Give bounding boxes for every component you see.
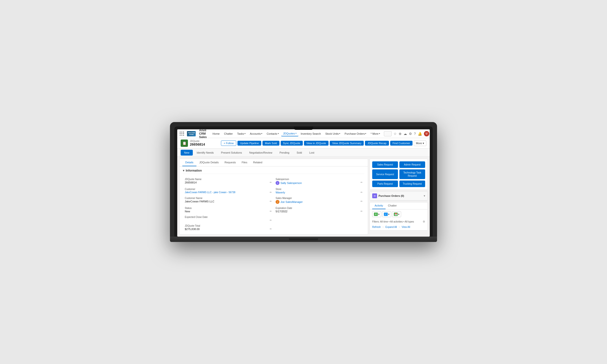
nav-tasks[interactable]: Tasks ▾ <box>235 131 247 136</box>
po-collapse-icon[interactable]: ▾ <box>424 194 425 197</box>
activity-tab-chatter[interactable]: Chatter <box>385 202 399 209</box>
field-store: Store Waverly ✏ <box>274 186 364 195</box>
tab-files[interactable]: Files <box>239 159 250 166</box>
nav-more[interactable]: * More ▾ <box>369 131 382 136</box>
user-avatar[interactable]: U <box>424 131 429 136</box>
task-action-button[interactable]: ✓ ▾ <box>382 211 391 217</box>
edit-total[interactable]: ✏ <box>270 228 272 230</box>
follow-button[interactable]: + Follow <box>221 141 236 146</box>
mark-sold-button[interactable]: Mark Sold <box>263 141 279 146</box>
email-action-button[interactable]: ✉ ▾ <box>372 211 381 217</box>
edit-jdquote-name[interactable]: ✏ <box>270 181 272 184</box>
edit-sales-manager[interactable]: ✏ <box>361 200 362 203</box>
po-icon: ✉ <box>372 193 377 198</box>
update-pipeline-button[interactable]: Update Pipeline <box>238 141 261 146</box>
edit-expiration[interactable]: ✏ <box>361 210 362 213</box>
filters-settings-icon[interactable]: ⚙ <box>423 220 425 223</box>
nav-stock-units[interactable]: Stock Units ▾ <box>323 131 342 136</box>
app-grid-icon[interactable] <box>180 131 184 136</box>
settings-icon[interactable]: ⚙ <box>409 132 412 136</box>
jdquote-total-label: JDQuote Total <box>185 224 272 227</box>
jdquote-name-value: 26656814 <box>185 181 197 184</box>
pipeline-step-sold[interactable]: Sold <box>293 150 305 156</box>
nav-purchase-orders[interactable]: Purchase Orders ▾ <box>343 131 368 136</box>
star-icon[interactable]: ☆ <box>394 132 397 136</box>
record-header: 📋 JDQuote 26656814 + Follow Update Pipel… <box>177 138 430 148</box>
parts-request-button[interactable]: Parts Request <box>372 181 398 187</box>
edit-store[interactable]: ✏ <box>361 191 362 194</box>
nav-chatter[interactable]: Chatter <box>222 131 235 136</box>
event-icon: 📅 <box>394 213 398 216</box>
main-nav: Home Chatter Tasks ▾ Accounts ▾ Contacts… <box>211 131 382 136</box>
pipeline-step-pending[interactable]: Pending <box>276 150 292 156</box>
tab-details[interactable]: Details <box>182 159 197 166</box>
view-all-link[interactable]: View All <box>402 226 410 228</box>
cloud-icon[interactable]: ☁ <box>404 132 407 136</box>
laptop-base <box>170 237 437 242</box>
top-bar: TRACTOR ZOOM Anvil CRM Sales Home Chatte… <box>177 129 430 138</box>
sync-button[interactable]: Sync JDQuote <box>281 141 303 146</box>
help-icon[interactable]: ? <box>414 132 416 136</box>
pipeline-step-identify[interactable]: Identify Needs <box>193 150 217 156</box>
laptop-hinge <box>289 238 318 240</box>
customer-value[interactable]: JakeCowan FARMS LLC - jake Cowan - 56738 <box>185 191 235 194</box>
search-input[interactable] <box>384 131 392 136</box>
admin-request-button[interactable]: Admin Request <box>399 161 425 168</box>
field-jdquote-name: JDQuote Name 26656814 ✏ <box>183 176 274 186</box>
event-dropdown[interactable]: ▾ <box>398 213 399 216</box>
store-value[interactable]: Waverly <box>276 191 285 194</box>
record-icon: 📋 <box>181 140 188 147</box>
edit-customer[interactable]: ✏ <box>270 191 272 194</box>
pipeline-step-new[interactable]: New <box>181 150 193 156</box>
salesperson-value[interactable]: Sally Salesperson <box>280 182 302 184</box>
purchase-orders-section: ✉ Purchase Orders (0) ▾ <box>369 191 428 201</box>
expand-all-link[interactable]: Expand All <box>385 226 397 228</box>
service-request-button[interactable]: Service Request <box>372 169 398 179</box>
sales-manager-avatar: J <box>276 200 279 204</box>
edit-customer-name[interactable]: ✏ <box>270 200 272 203</box>
panel-tabs: Details JDQuote Details Requests Files R… <box>179 159 368 167</box>
edit-status[interactable]: ✏ <box>270 210 272 213</box>
salesperson-avatar: S <box>276 181 279 185</box>
pipeline-step-negotiation[interactable]: Negotiation/Review <box>246 150 276 156</box>
nav-home[interactable]: Home <box>211 131 222 136</box>
pipeline-step-present[interactable]: Present Solutions <box>218 150 245 156</box>
activity-tab-activity[interactable]: Activity <box>372 202 385 209</box>
activity-tabs: Activity Chatter <box>370 202 428 209</box>
section-title: Information <box>186 169 202 172</box>
recap-button[interactable]: JDQuote Recap <box>365 141 389 146</box>
nav-contacts[interactable]: Contacts ▾ <box>265 131 280 136</box>
tab-requests[interactable]: Requests <box>222 159 239 166</box>
nav-accounts[interactable]: Accounts ▾ <box>248 131 264 136</box>
tech-task-request-button[interactable]: Technology Task Request <box>399 169 425 179</box>
tab-jdquote-details[interactable]: JDQuote Details <box>197 159 222 166</box>
refresh-link[interactable]: Refresh <box>372 226 381 228</box>
email-dropdown[interactable]: ▾ <box>378 213 380 216</box>
activity-actions: ✉ ▾ ✓ ▾ 📅 ▾ <box>370 209 428 219</box>
event-action-button[interactable]: 📅 ▾ <box>392 211 401 217</box>
edit-salesperson[interactable]: ✏ <box>361 181 362 184</box>
logo-box: TRACTOR ZOOM <box>187 131 196 136</box>
trucking-request-button[interactable]: Trucking Request <box>399 181 425 187</box>
field-customer-name: Customer Name JakeCowan FARMS LLC ✏ <box>183 195 274 205</box>
pipeline-step-lost[interactable]: Lost <box>306 150 318 156</box>
sales-request-button[interactable]: Sales Request <box>372 161 398 168</box>
activity-links-row: Refresh • Expand All • View All <box>370 225 428 230</box>
po-header: ✉ Purchase Orders (0) ▾ <box>370 192 428 200</box>
bell-icon[interactable]: 🔔 <box>418 132 422 136</box>
view-jdquote-button[interactable]: View in JDQuote <box>304 141 329 146</box>
tab-related[interactable]: Related <box>250 159 265 166</box>
summary-button[interactable]: View JDQuote Summary <box>330 141 364 146</box>
plus-icon[interactable]: ⊕ <box>399 132 402 136</box>
collapse-icon[interactable]: ▾ <box>183 169 184 172</box>
jdquote-total-value: $275,838.00 <box>185 228 199 231</box>
sales-manager-value[interactable]: Joe SalesManager <box>280 200 303 203</box>
nav-inventory[interactable]: Inventory Search <box>299 131 323 136</box>
activity-section: Activity Chatter ✉ ▾ ✓ ▾ <box>369 202 428 231</box>
more-button[interactable]: More ▾ <box>414 141 426 146</box>
edit-expected-close[interactable]: ✏ <box>270 219 272 221</box>
header-actions: + Follow Update Pipeline Mark Sold Sync … <box>221 141 426 146</box>
nav-jdquotes[interactable]: JDQuotes ▾ <box>281 131 298 136</box>
task-dropdown[interactable]: ▾ <box>388 213 389 216</box>
find-customer-button[interactable]: Find Customer <box>390 141 412 146</box>
